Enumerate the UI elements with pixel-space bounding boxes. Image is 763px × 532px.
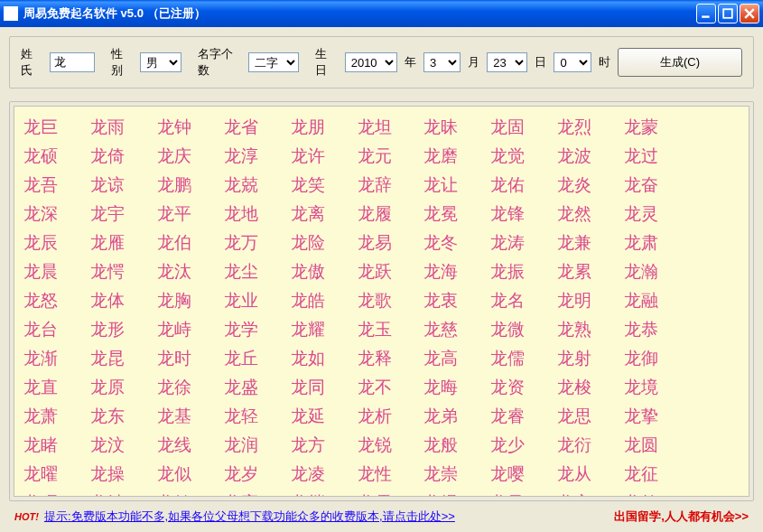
surname-input[interactable] bbox=[50, 52, 95, 72]
name-cell[interactable]: 龙直 bbox=[23, 376, 78, 399]
name-cell[interactable]: 龙冕 bbox=[423, 202, 478, 226]
month-select[interactable]: 3 bbox=[423, 52, 461, 72]
generate-button[interactable]: 生成(C) bbox=[618, 48, 742, 77]
name-cell[interactable]: 龙峙 bbox=[157, 318, 211, 341]
name-cell[interactable]: 龙御 bbox=[624, 347, 678, 370]
name-cell[interactable]: 龙汰 bbox=[157, 260, 211, 284]
name-cell[interactable]: 龙肃 bbox=[624, 231, 678, 255]
name-cell[interactable]: 龙萧 bbox=[23, 405, 78, 428]
name-cell[interactable]: 龙磨 bbox=[423, 145, 478, 168]
name-cell[interactable] bbox=[691, 347, 745, 370]
name-cell[interactable] bbox=[691, 260, 745, 284]
name-cell[interactable]: 龙烈 bbox=[557, 116, 611, 139]
name-cell[interactable] bbox=[691, 116, 745, 139]
name-cell[interactable]: 龙明 bbox=[557, 289, 611, 313]
name-cell[interactable]: 龙跃 bbox=[358, 260, 412, 284]
name-cell[interactable]: 龙锐 bbox=[358, 434, 412, 457]
name-cell[interactable]: 龙梭 bbox=[557, 376, 611, 399]
name-cell[interactable]: 龙兼 bbox=[557, 231, 611, 255]
name-cell[interactable]: 龙如 bbox=[291, 347, 345, 370]
name-cell[interactable]: 龙圆 bbox=[624, 434, 678, 457]
hour-select[interactable]: 0 bbox=[554, 52, 591, 72]
name-cell[interactable]: 龙笠 bbox=[624, 491, 678, 497]
name-cell[interactable]: 龙鹏 bbox=[157, 173, 211, 197]
name-cell[interactable]: 龙睹 bbox=[23, 434, 78, 457]
name-cell[interactable]: 龙钟 bbox=[157, 116, 211, 139]
name-cell[interactable]: 龙熟 bbox=[557, 318, 611, 341]
name-cell[interactable]: 龙雁 bbox=[90, 231, 144, 255]
name-cell[interactable]: 龙它 bbox=[557, 491, 611, 497]
name-cell[interactable]: 龙玉 bbox=[358, 318, 412, 341]
name-cell[interactable]: 龙涛 bbox=[490, 231, 544, 255]
name-cell[interactable] bbox=[691, 405, 745, 428]
name-cell[interactable]: 龙衷 bbox=[423, 289, 478, 313]
name-cell[interactable]: 龙业 bbox=[224, 289, 278, 313]
name-cell[interactable]: 龙资 bbox=[490, 376, 544, 399]
name-cell[interactable]: 龙轻 bbox=[224, 405, 278, 428]
name-cell[interactable]: 龙延 bbox=[291, 405, 345, 428]
name-cell[interactable]: 龙让 bbox=[423, 173, 478, 197]
name-cell[interactable]: 龙谅 bbox=[90, 173, 144, 197]
name-cell[interactable]: 龙深 bbox=[23, 202, 78, 226]
name-cell[interactable]: 龙衍 bbox=[557, 434, 611, 457]
name-cell[interactable]: 龙融 bbox=[624, 289, 678, 313]
name-cell[interactable]: 龙高 bbox=[423, 347, 478, 370]
name-cell[interactable]: 龙徐 bbox=[157, 376, 211, 399]
name-cell[interactable]: 龙离 bbox=[291, 202, 345, 226]
name-cell[interactable]: 龙渐 bbox=[23, 347, 78, 370]
name-cell[interactable]: 龙波 bbox=[557, 145, 611, 168]
name-cell[interactable]: 龙过 bbox=[624, 145, 678, 168]
name-cell[interactable]: 龙吾 bbox=[23, 173, 78, 197]
name-cell[interactable]: 龙思 bbox=[557, 405, 611, 428]
name-cell[interactable]: 龙朋 bbox=[291, 116, 345, 139]
name-cell[interactable]: 龙摧 bbox=[291, 491, 345, 497]
name-cell[interactable]: 龙体 bbox=[90, 289, 144, 313]
name-cell[interactable]: 龙微 bbox=[490, 318, 544, 341]
name-cell[interactable]: 龙线 bbox=[157, 434, 211, 457]
name-cell[interactable]: 龙伯 bbox=[157, 231, 211, 255]
name-cell[interactable]: 龙坦 bbox=[358, 116, 412, 139]
name-cell[interactable]: 龙射 bbox=[557, 347, 611, 370]
name-cell[interactable]: 龙履 bbox=[358, 202, 412, 226]
name-cell[interactable] bbox=[691, 231, 745, 255]
name-cell[interactable]: 龙站 bbox=[90, 491, 144, 497]
name-cell[interactable]: 龙挚 bbox=[624, 405, 678, 428]
maximize-button[interactable] bbox=[718, 4, 738, 23]
name-cell[interactable]: 龙万 bbox=[224, 231, 278, 255]
name-cell[interactable]: 龙少 bbox=[490, 434, 544, 457]
name-cell[interactable]: 龙盛 bbox=[224, 376, 278, 399]
name-cell[interactable]: 龙傲 bbox=[291, 260, 345, 284]
name-cell[interactable]: 龙庆 bbox=[157, 145, 211, 168]
name-cell[interactable]: 龙似 bbox=[157, 462, 211, 486]
name-cell[interactable]: 龙岁 bbox=[224, 462, 278, 486]
name-cell[interactable]: 龙润 bbox=[224, 434, 278, 457]
name-cell[interactable]: 龙晦 bbox=[423, 376, 478, 399]
name-cell[interactable]: 龙怒 bbox=[23, 289, 78, 313]
name-cell[interactable]: 龙胸 bbox=[157, 289, 211, 313]
name-cell[interactable] bbox=[691, 434, 745, 457]
name-cell[interactable]: 龙嘤 bbox=[490, 462, 544, 486]
name-cell[interactable]: 龙曜 bbox=[23, 462, 78, 486]
name-cell[interactable]: 龙不 bbox=[358, 376, 412, 399]
name-cell[interactable]: 龙辰 bbox=[23, 231, 78, 255]
name-cell[interactable]: 龙般 bbox=[423, 434, 478, 457]
name-cell[interactable]: 龙析 bbox=[358, 405, 412, 428]
name-cell[interactable] bbox=[691, 173, 745, 197]
minimize-button[interactable] bbox=[696, 4, 716, 23]
close-button[interactable] bbox=[740, 4, 759, 23]
name-cell[interactable]: 龙凌 bbox=[291, 462, 345, 486]
name-cell[interactable]: 龙愕 bbox=[90, 260, 144, 284]
name-cell[interactable]: 龙丘 bbox=[224, 347, 278, 370]
name-cell[interactable]: 龙弟 bbox=[423, 405, 478, 428]
name-cell[interactable]: 龙崇 bbox=[423, 462, 478, 486]
name-cell[interactable]: 龙佑 bbox=[490, 173, 544, 197]
name-cell[interactable]: 龙灵 bbox=[624, 202, 678, 226]
result-scroll-area[interactable]: 龙巨龙雨龙钟龙省龙朋龙坦龙昧龙固龙烈龙蒙龙硕龙倚龙庆龙淳龙许龙元龙磨龙觉龙波龙过… bbox=[14, 106, 749, 497]
name-cell[interactable]: 龙昆 bbox=[90, 347, 144, 370]
name-cell[interactable]: 龙雨 bbox=[90, 116, 144, 139]
name-cell[interactable]: 龙地 bbox=[224, 202, 278, 226]
name-cell[interactable]: 龙平 bbox=[157, 202, 211, 226]
name-cell[interactable]: 龙释 bbox=[358, 347, 412, 370]
name-cell[interactable]: 龙绳 bbox=[423, 491, 478, 497]
name-count-select[interactable]: 二字 bbox=[248, 52, 299, 72]
